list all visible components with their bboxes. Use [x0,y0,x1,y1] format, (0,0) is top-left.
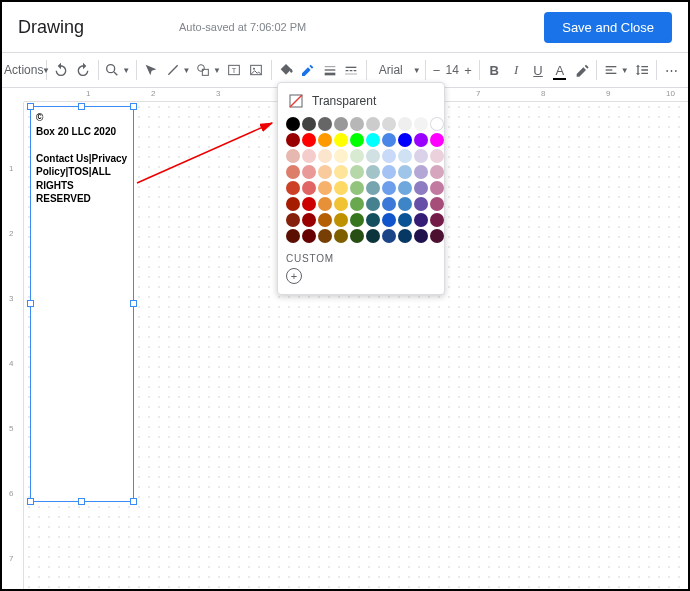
color-swatch[interactable] [334,181,348,195]
select-tool-button[interactable] [141,58,162,82]
color-swatch[interactable] [350,197,364,211]
color-swatch[interactable] [318,197,332,211]
color-swatch[interactable] [430,197,444,211]
text-box[interactable]: © Box 20 LLC 2020 Contact Us|Privacy Pol… [30,106,134,502]
color-swatch[interactable] [430,117,444,131]
color-swatch[interactable] [430,213,444,227]
resize-handle[interactable] [27,498,34,505]
color-swatch[interactable] [398,133,412,147]
resize-handle[interactable] [130,300,137,307]
color-swatch[interactable] [366,197,380,211]
border-color-button[interactable] [297,58,318,82]
line-tool-button[interactable]: ▼ [163,58,193,82]
color-swatch[interactable] [414,197,428,211]
color-swatch[interactable] [302,165,316,179]
color-swatch[interactable] [286,197,300,211]
color-swatch[interactable] [382,133,396,147]
color-swatch[interactable] [350,181,364,195]
resize-handle[interactable] [27,300,34,307]
color-swatch[interactable] [318,213,332,227]
color-swatch[interactable] [430,133,444,147]
resize-handle[interactable] [27,103,34,110]
color-swatch[interactable] [366,213,380,227]
add-custom-color-button[interactable]: + [286,268,302,284]
resize-handle[interactable] [78,498,85,505]
color-swatch[interactable] [366,165,380,179]
color-swatch[interactable] [366,149,380,163]
color-swatch[interactable] [430,181,444,195]
color-swatch[interactable] [286,229,300,243]
color-swatch[interactable] [350,133,364,147]
resize-handle[interactable] [130,498,137,505]
more-options-button[interactable]: ⋯ [661,58,682,82]
color-swatch[interactable] [334,117,348,131]
zoom-button[interactable]: ▼ [102,58,132,82]
underline-button[interactable]: U [528,58,549,82]
color-swatch[interactable] [302,117,316,131]
actions-menu-button[interactable]: Actions▼ [8,58,42,82]
font-size-value[interactable]: 14 [444,63,460,77]
color-swatch[interactable] [334,165,348,179]
color-swatch[interactable] [414,213,428,227]
color-swatch[interactable] [286,149,300,163]
color-swatch[interactable] [318,149,332,163]
color-swatch[interactable] [398,229,412,243]
color-swatch[interactable] [398,181,412,195]
color-swatch[interactable] [302,197,316,211]
color-swatch[interactable] [382,181,396,195]
color-swatch[interactable] [382,165,396,179]
text-color-button[interactable]: A [549,58,570,82]
color-swatch[interactable] [414,181,428,195]
color-swatch[interactable] [366,133,380,147]
color-swatch[interactable] [334,229,348,243]
color-swatch[interactable] [334,213,348,227]
color-swatch[interactable] [398,117,412,131]
color-swatch[interactable] [350,117,364,131]
color-swatch[interactable] [430,229,444,243]
color-swatch[interactable] [318,117,332,131]
color-swatch[interactable] [430,165,444,179]
color-swatch[interactable] [414,229,428,243]
color-swatch[interactable] [302,229,316,243]
font-size-increase-button[interactable]: + [461,58,475,82]
font-family-button[interactable]: Arial▼ [371,58,421,82]
color-swatch[interactable] [302,133,316,147]
color-swatch[interactable] [350,229,364,243]
color-swatch[interactable] [334,149,348,163]
undo-button[interactable] [51,58,72,82]
color-swatch[interactable] [302,149,316,163]
color-swatch[interactable] [286,181,300,195]
color-swatch[interactable] [350,213,364,227]
line-spacing-button[interactable] [632,58,653,82]
resize-handle[interactable] [130,103,137,110]
color-swatch[interactable] [366,117,380,131]
color-swatch[interactable] [366,229,380,243]
color-swatch[interactable] [382,149,396,163]
color-swatch[interactable] [398,213,412,227]
color-swatch[interactable] [430,149,444,163]
resize-handle[interactable] [78,103,85,110]
italic-button[interactable]: I [506,58,527,82]
color-swatch[interactable] [382,117,396,131]
border-weight-button[interactable] [319,58,340,82]
highlight-color-button[interactable] [571,58,592,82]
color-swatch[interactable] [302,181,316,195]
redo-button[interactable] [73,58,94,82]
color-swatch[interactable] [414,133,428,147]
align-button[interactable]: ▼ [601,58,631,82]
transparent-option[interactable]: Transparent [286,89,436,115]
save-and-close-button[interactable]: Save and Close [544,12,672,43]
color-swatch[interactable] [382,229,396,243]
color-swatch[interactable] [366,181,380,195]
color-swatch[interactable] [286,117,300,131]
color-swatch[interactable] [382,197,396,211]
color-swatch[interactable] [398,149,412,163]
color-swatch[interactable] [318,165,332,179]
color-swatch[interactable] [350,149,364,163]
color-swatch[interactable] [318,229,332,243]
image-tool-button[interactable] [246,58,267,82]
color-swatch[interactable] [318,133,332,147]
font-size-decrease-button[interactable]: − [430,58,444,82]
color-swatch[interactable] [414,165,428,179]
color-swatch[interactable] [318,181,332,195]
